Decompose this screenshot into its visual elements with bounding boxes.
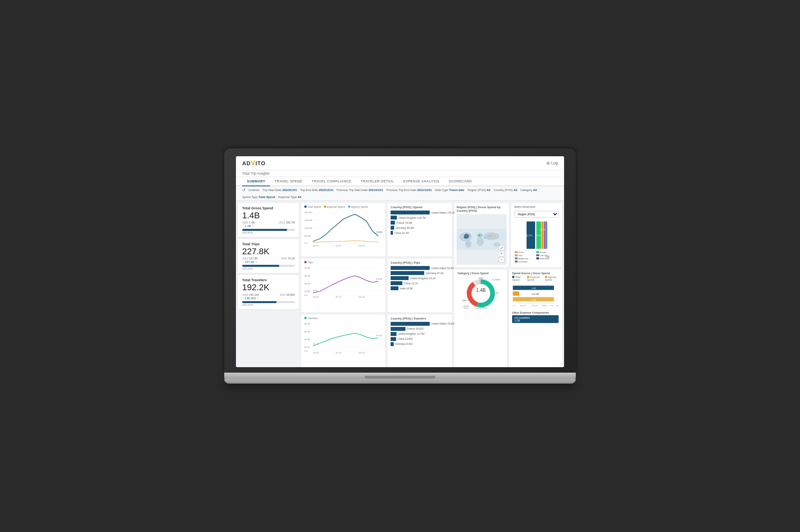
kpi-gross-spend-title: Total Gross Spend <box>242 206 295 210</box>
svg-point-56 <box>478 236 479 236</box>
svg-text:200.0M: 200.0M <box>304 211 312 214</box>
svg-rect-92 <box>536 257 539 259</box>
svg-text:20.0K: 20.0K <box>304 346 311 348</box>
logo-v: V <box>251 160 255 166</box>
svg-text:40.0K: 40.0K <box>304 267 311 269</box>
travelers-svg: 80.0K 60.0K 40.0K 20.0K 0.0 <box>304 321 382 354</box>
svg-text:53.7%: 53.7% <box>526 234 532 237</box>
filter-region[interactable]: Region (POS) All <box>468 188 490 192</box>
country-travelers-label-5: Germany 6,541 <box>395 343 413 345</box>
svg-text:1.4B: 1.4B <box>531 287 536 289</box>
country-trips-row-5: India 10.9K <box>391 286 449 290</box>
svg-rect-86 <box>536 251 539 253</box>
country-trips-card: Country (POS) | Trips United States 54.8… <box>388 259 452 312</box>
map-expand-button[interactable]: ⤢ <box>499 245 504 251</box>
tab-travel-compliance[interactable]: TRAVEL COMPLIANCE <box>307 177 356 186</box>
country-spend-card: Country (POS) | Spend United States 725.… <box>388 203 452 257</box>
country-spend-row-3: France 78.9M <box>391 221 449 225</box>
svg-text:Nov 22: Nov 22 <box>359 352 365 353</box>
country-travelers-row-3: United Kingdom 11,750 <box>391 332 449 336</box>
laptop-bottom <box>224 379 576 384</box>
tab-travel-spend[interactable]: TRAVEL SPEND <box>270 177 307 186</box>
svg-point-46 <box>465 240 471 248</box>
country-spend-row-2: United Kingdom 118.7M <box>391 216 449 220</box>
laptop-container: ADVITO ⊞ Log Total Trip Insights SUMMARY… <box>224 148 576 384</box>
svg-point-64 <box>488 237 488 238</box>
filter-bar: ↺ Controls Trip Start Date 2022/01/01 Tr… <box>236 186 564 201</box>
kpi-gross-spend-change: ↑ 1.1B ↑ <box>242 224 295 228</box>
spend-source-svg: 1.4B 222.4M 1.4B 0.0 300.0M 600. <box>512 283 559 308</box>
svg-text:Asia: Asia <box>518 254 522 257</box>
country-travelers-label-2: France 29,815 <box>407 327 423 330</box>
svg-text:North Ame...: North Ame... <box>540 257 551 260</box>
svg-rect-82 <box>515 251 518 253</box>
spend-source-title: Spend Source | Gross Spend <box>512 272 559 275</box>
svg-text:Europe: Europe <box>540 251 546 254</box>
spend-source-card: Spend Source | Gross Spend Total Spend E… <box>509 270 562 367</box>
filter-country[interactable]: Country (POS) All <box>493 188 517 192</box>
country-travelers-label-1: United States 78,062 <box>431 322 455 325</box>
select-dimension-dropdown[interactable]: Region (POS) <box>514 211 559 218</box>
svg-rect-74 <box>544 221 545 249</box>
country-travelers-bar-1 <box>391 322 430 326</box>
filter-expense-type[interactable]: Expense Type All <box>278 195 301 199</box>
logo-ad: AD <box>242 160 251 166</box>
svg-text:1.2B: 1.2B <box>550 305 553 307</box>
kpi-travelers-compare: 2022 192,183 2021 55,881 <box>242 293 295 296</box>
country-trips-bar-1 <box>391 266 430 270</box>
country-spend-label-1: United States 725.2M <box>431 211 456 214</box>
svg-text:21.1K: 21.1K <box>376 278 382 280</box>
tab-summary[interactable]: SUMMARY <box>242 177 270 186</box>
svg-text:Jan 22: Jan 22 <box>313 352 319 353</box>
svg-point-61 <box>495 236 496 237</box>
nav-tabs: SUMMARY TRAVEL SPEND TRAVEL COMPLIANCE T… <box>236 177 564 186</box>
map-zoom-in-button[interactable]: + <box>499 251 504 257</box>
spend-source-legend: Total Spend Expense Spend Agency Spend <box>512 276 559 281</box>
svg-text:27.1%: 27.1% <box>536 234 542 237</box>
svg-point-60 <box>492 234 493 236</box>
filter-trip-start[interactable]: Trip Start Date 2022/01/01 <box>262 188 297 192</box>
svg-rect-76 <box>546 221 547 249</box>
filter-date-type[interactable]: Date Type Travel date <box>435 188 464 192</box>
kpi-travelers-pct: 343.91% <box>242 303 295 306</box>
kpi-trips-title: Total Trips <box>242 242 295 246</box>
refresh-icon[interactable]: ↺ <box>242 188 245 192</box>
country-spend-row-5: China 42.7M <box>391 231 449 235</box>
svg-text:1.4B: 1.4B <box>476 287 486 293</box>
tab-expense-analysis[interactable]: EXPENSE ANALYSIS <box>398 177 444 186</box>
svg-text:Africa: Africa <box>518 251 523 254</box>
donut-svg: 1.4B other air hotel 784.2M (55%) 493.9M… <box>461 276 500 311</box>
filter-category[interactable]: Category All <box>520 188 537 192</box>
svg-text:222.4M: 222.4M <box>532 293 539 295</box>
region-stacked-bar: 53.7% 27.1% 11.0% 1.5% Africa Asia <box>514 221 559 265</box>
svg-point-49 <box>484 232 500 240</box>
svg-text:Jun 22: Jun 22 <box>336 245 341 246</box>
filter-prev-end[interactable]: Previous Trip End Date 2021/12/31 <box>386 188 432 192</box>
map-controls[interactable]: ⤢ + − <box>499 245 504 262</box>
country-spend-label-2: United Kingdom 118.7M <box>398 216 426 219</box>
svg-text:45.1K: 45.1K <box>376 334 382 337</box>
country-travelers-row-1: United States 78,062 <box>391 322 449 326</box>
country-travelers-bar-5 <box>391 342 394 346</box>
svg-text:40.0K: 40.0K <box>304 338 311 341</box>
category-donut-card: Category | Gross Spend <box>454 270 507 367</box>
tab-scorecard[interactable]: SCORECARD <box>444 177 477 186</box>
logo-ito: ITO <box>255 160 266 166</box>
country-spend-bar-2 <box>391 216 397 220</box>
tab-traveler-detail[interactable]: TRAVELER DETAIL <box>356 177 398 186</box>
svg-point-65 <box>480 241 480 241</box>
svg-text:113.9M(8%): 113.9M(8%) <box>491 279 500 281</box>
svg-point-69 <box>484 237 485 239</box>
svg-text:18.9M: 18.9M <box>376 231 382 233</box>
filter-prev-start[interactable]: Previous Trip Start Date 2021/01/01 <box>337 188 383 192</box>
country-trips-row-1: United States 54.8K <box>391 266 449 270</box>
filter-spend-type[interactable]: Spend Type Total Spend <box>242 195 275 199</box>
map-zoom-out-button[interactable]: − <box>499 257 504 262</box>
filter-trip-end[interactable]: Trip End Date 2022/12/31 <box>300 188 334 192</box>
svg-text:Southwest...: Southwest... <box>518 261 529 263</box>
kpi-trips-value: 227.8K <box>242 247 295 256</box>
breadcrumb: Total Trip Insights <box>236 170 564 177</box>
svg-text:0.0: 0.0 <box>513 305 515 307</box>
svg-text:10.0K: 10.0K <box>304 290 311 293</box>
header-login[interactable]: ⊞ Log <box>546 161 558 165</box>
